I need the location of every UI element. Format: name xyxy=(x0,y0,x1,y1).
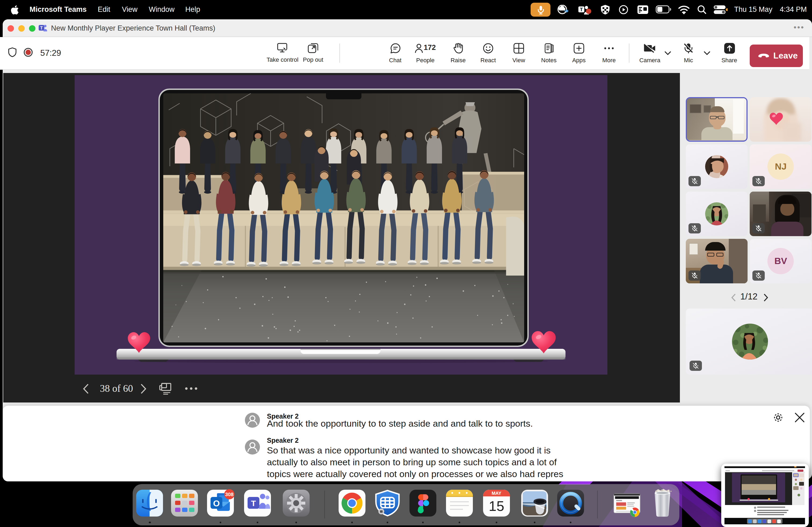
svg-text:T: T xyxy=(40,26,43,30)
svg-text:308: 308 xyxy=(225,491,233,497)
svg-text:O: O xyxy=(213,498,220,508)
svg-text:172: 172 xyxy=(424,44,436,51)
svg-text:MAY: MAY xyxy=(491,491,501,496)
svg-text:T: T xyxy=(580,7,583,12)
svg-text:15: 15 xyxy=(489,498,504,514)
svg-text:T: T xyxy=(251,499,256,508)
